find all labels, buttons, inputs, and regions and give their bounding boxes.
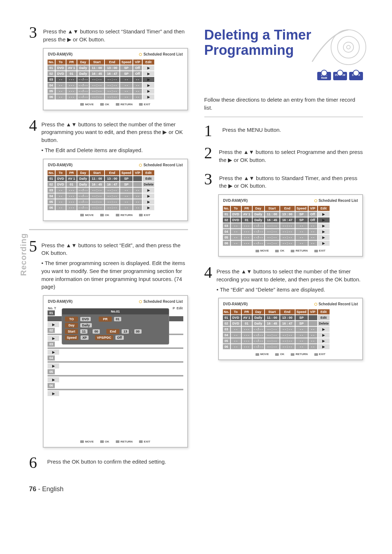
osd-title: Scheduled Record List [319, 302, 358, 306]
step-text: Press the MENU button. [222, 124, 281, 134]
disc-badges: DVD-RAM DVD-RW DVD-R [317, 72, 363, 80]
edit-overlay: No.01 TO DVD PR 01 Day Daily Start 11 : … [62, 308, 169, 345]
table-row[interactable]: 02DVD01Daily16 : 4516 : 47SPDelete [47, 182, 184, 187]
key-ok: OK [100, 440, 109, 443]
left-step-3: 3 Press the ▲▼ buttons to select “Standa… [29, 25, 188, 44]
col-header: End [105, 59, 120, 65]
table-row[interactable]: 02DVD01Daily16 : 4516 : 47SPOff▶ [222, 217, 359, 223]
divider-thin [204, 117, 363, 117]
col-header: Day [252, 309, 265, 315]
table-row[interactable]: 01DVDAV 1Daily11 : 0013 : 00SPOff▶ [47, 65, 184, 71]
table-row[interactable]: 01DVDAV 1Daily11 : 0013 : 00SPOff▶ [222, 211, 359, 217]
key-return: RETURN [116, 103, 132, 106]
step-number: 3 [29, 25, 39, 40]
table-row[interactable]: 02DVD01Daily16 : 4516 : 47SPDelete [222, 321, 359, 326]
table-row[interactable]: 06- -- - -- - / - -- - : - -- - : - -- -… [47, 94, 184, 100]
key-move: MOVE [80, 103, 94, 106]
edit-action-button[interactable]: Delete [142, 182, 155, 187]
field-vps-value[interactable]: Off [115, 335, 124, 340]
table-row: 05▶ [47, 369, 184, 383]
table-row[interactable]: 06- -- - -- - / - -- - : - -- - : - -- -… [222, 344, 359, 350]
table-row[interactable]: 01DVDAV 1Daily11 : 0013 : 00SPEdit [47, 176, 184, 182]
key-exit: EXIT [314, 353, 326, 356]
col-header: V/P [133, 170, 142, 176]
col-header: Start [265, 205, 280, 211]
col-header: PR [66, 170, 77, 176]
table-row[interactable]: 06- -- - -- - / - -- - : - -- - : - -- -… [47, 205, 184, 211]
key-move: MOVE [256, 249, 269, 252]
osd-label: DVD-RAM(VR) [48, 300, 73, 304]
col-header: V/P [308, 309, 318, 315]
svg-point-3 [347, 45, 350, 49]
play-icon: ▶ [47, 391, 60, 396]
disc-icon [309, 25, 367, 69]
col-header: To [55, 170, 66, 176]
table-row: 06▶ [47, 383, 184, 396]
edit-action-button[interactable]: Edit [318, 315, 330, 321]
left-step-6: 6 Press the OK button to confirm the edi… [29, 456, 188, 470]
field-pr-value[interactable]: 01 [114, 317, 121, 321]
field-start-h[interactable]: 11 [80, 329, 87, 334]
table-row[interactable]: 01DVDAV 1Daily11 : 0013 : 00SPEdit [222, 315, 359, 321]
osd-left-2: DVD-RAM(VR) Scheduled Record List No.ToP… [43, 159, 188, 221]
field-start-m[interactable]: 00 [93, 329, 100, 334]
osd-label: DVD-RAM(VR) [48, 163, 73, 167]
right-step-3: 3 Press the ▲▼ buttons to Standard Timer… [204, 172, 363, 190]
page-number: 76 [29, 485, 36, 493]
table-row[interactable]: 03- -- - -- - / - -- - : - -- - : - -- -… [222, 223, 359, 229]
side-section-label: Recording [19, 233, 28, 276]
table-row[interactable]: 03- -- - -- - / - -- - : - -- - : - -- -… [47, 77, 184, 82]
play-icon: ▶ [318, 332, 330, 338]
table-row[interactable]: 05- -- - -- - / - -- - : - -- - : - -- -… [222, 338, 359, 344]
play-icon: ▶ [142, 82, 155, 88]
record-icon [314, 303, 317, 306]
table-row[interactable]: 03- -- - -- - / - -- - : - -- - : - -- -… [47, 187, 184, 193]
step-text: Press the ▲▼ buttons to select “Edit”, a… [41, 241, 188, 257]
field-to-value[interactable]: DVD [80, 317, 91, 321]
col-header: Speed [120, 170, 133, 176]
step-text: Press the ▲▼ buttons to Standard Timer, … [219, 172, 363, 190]
step-text: Press the ▲▼ buttons to select the numbe… [217, 268, 363, 284]
table-row[interactable]: 02DVD01Daily16 : 4516 : 47SPOff▶ [47, 71, 184, 77]
osd-footer: MOVE OK RETURN EXIT [47, 437, 184, 445]
col-header: Start [89, 170, 105, 176]
col-header: To [230, 309, 241, 315]
edit-action-button[interactable]: Delete [318, 321, 330, 326]
table-row[interactable]: 04- -- - -- - / - -- - : - -- - : - -- -… [222, 229, 359, 235]
col-header: No. [47, 170, 55, 176]
table-row[interactable]: 04- -- - -- - / - -- - : - -- - : - -- -… [47, 82, 184, 88]
left-step-4: 4 Press the ▲▼ buttons to select the num… [29, 118, 188, 154]
key-return: RETURN [291, 249, 307, 252]
col-header: Edit [318, 309, 330, 315]
play-icon: ▶ [47, 335, 60, 341]
field-end-m[interactable]: 00 [134, 329, 142, 334]
step-number: 5 [29, 239, 37, 254]
step-number: 6 [29, 456, 43, 470]
col-header: Edit [142, 170, 155, 176]
table-row[interactable]: 05- -- - -- - / - -- - : - -- - : - -- -… [222, 235, 359, 240]
record-icon [139, 53, 142, 56]
divider [29, 229, 188, 231]
table-row[interactable]: 05- -- - -- - / - -- - : - -- - : - -- -… [47, 88, 184, 94]
table-row[interactable]: 04- -- - -- - / - -- - : - -- - : - -- -… [47, 193, 184, 199]
step-text: Press the ▲▼ buttons to select Programme… [219, 146, 363, 164]
play-icon: ▶ [318, 211, 330, 217]
table-row[interactable]: 05- -- - -- - / - -- - : - -- - : - -- -… [47, 199, 184, 205]
col-header: To [55, 59, 66, 65]
key-move: MOVE [80, 213, 94, 217]
schedule-grid: No.ToPRDayStartEndSpeedV/PEdit01DVDAV 1D… [222, 205, 359, 246]
osd-footer: MOVE OK RETURN EXIT [47, 100, 184, 108]
field-end-h[interactable]: 13 [122, 329, 129, 334]
table-row[interactable]: 03- -- - -- - / - -- - : - -- - : - -- -… [222, 326, 359, 332]
edit-action-button[interactable]: Edit [142, 176, 155, 182]
field-speed-value[interactable]: XP [81, 335, 89, 340]
table-row: 04▶ [47, 355, 184, 369]
key-exit: EXIT [139, 103, 150, 106]
osd-label: DVD-RAM(VR) [48, 52, 73, 56]
badge-dvd-rw: DVD-RW [333, 72, 347, 80]
table-row[interactable]: 04- -- - -- - / - -- - : - -- - : - -- -… [222, 332, 359, 338]
badge-dvd-ram: DVD-RAM [317, 72, 331, 80]
step-number: 4 [29, 118, 37, 133]
field-day-value[interactable]: Daily [80, 323, 92, 327]
table-row[interactable]: 06- -- - -- - / - -- - : - -- - : - -- -… [222, 240, 359, 246]
